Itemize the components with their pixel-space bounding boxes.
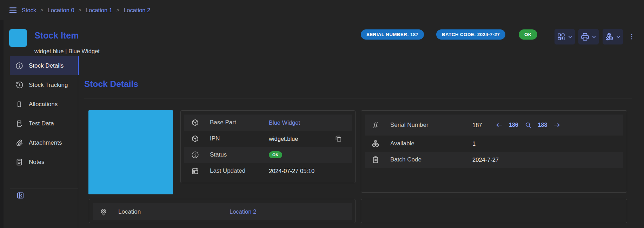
serial-navigation: 186 188 (495, 115, 561, 136)
sidebar-item-label: Test Data (29, 120, 54, 127)
table-row-location: Location Location 2 (93, 203, 352, 220)
qrcode-icon (557, 32, 566, 41)
info-circle-icon (191, 151, 199, 159)
search-icon[interactable] (524, 121, 532, 129)
top-navigation-bar: Stock > Location 0 > Location 1 > Locati… (0, 0, 644, 20)
sidebar-item-label: Attachments (29, 139, 62, 146)
map-pin-icon (99, 208, 108, 216)
dots-vertical-icon (628, 33, 636, 41)
panel-divider (84, 98, 632, 98)
breadcrumb: Stock > Location 0 > Location 1 > Locati… (22, 0, 150, 20)
row-label: Serial Number (390, 122, 429, 129)
hamburger-menu-icon[interactable] (8, 6, 18, 14)
box-icon (191, 118, 199, 127)
ipn-value: widget.blue (269, 136, 298, 142)
printer-icon (580, 32, 590, 41)
hash-icon (371, 121, 380, 129)
breadcrumb-separator: > (79, 7, 81, 13)
clipboard-icon (371, 156, 380, 164)
sidebar-item-attachments[interactable]: Attachments (10, 133, 78, 152)
available-value: 1 (472, 140, 476, 147)
table-row-base-part: Base Part Blue Widget (184, 115, 352, 131)
table-row-batch-code: Batch Code 2024-7-27 (365, 152, 623, 168)
page-left-edge (0, 20, 4, 228)
chevron-down-icon (616, 34, 621, 40)
sidebar-item-test-data[interactable]: Test Data (10, 114, 78, 133)
breadcrumb-location-2[interactable]: Location 2 (124, 7, 150, 14)
table-row-last-updated: Last Updated 2024-07-27 05:10 (184, 163, 352, 179)
row-label: Available (390, 140, 414, 147)
chevron-down-icon (591, 34, 597, 40)
row-label: Last Updated (210, 167, 245, 174)
serial-number-value: 187 (472, 122, 482, 129)
sidebar-item-stock-tracking[interactable]: Stock Tracking (10, 75, 78, 95)
table-row-ipn: IPN widget.blue (184, 131, 352, 147)
row-label: Location (118, 208, 141, 215)
breadcrumb-location-1[interactable]: Location 1 (86, 7, 112, 14)
stock-item-page: Stock > Location 0 > Location 1 > Locati… (0, 0, 644, 228)
packages-icon (371, 139, 380, 148)
batch-code-badge: BATCH CODE: 2024-7-27 (436, 29, 505, 40)
batch-code-value: 2024-7-27 (472, 157, 499, 163)
stock-quantity-table: Serial Number 187 186 188 (361, 110, 627, 193)
packages-icon (605, 32, 614, 41)
sidebar-footer-divider (10, 188, 78, 188)
breadcrumb-stock[interactable]: Stock (22, 7, 36, 14)
page-subtitle: widget.blue | Blue Widget (34, 48, 100, 55)
previous-serial-link[interactable]: 186 (509, 122, 518, 128)
base-part-link[interactable]: Blue Widget (269, 119, 300, 126)
stock-actions-button[interactable] (603, 29, 623, 44)
sidebar: Stock Details Stock Tracking Allocations… (10, 56, 78, 228)
sidebar-item-stock-details[interactable]: Stock Details (10, 56, 78, 75)
bookmark-icon (15, 100, 24, 109)
barcode-actions-button[interactable] (555, 29, 575, 44)
table-row-available: Available 1 (365, 136, 623, 152)
sidebar-collapse-icon[interactable] (16, 191, 25, 200)
sidebar-item-notes[interactable]: Notes (10, 152, 78, 172)
last-updated-value: 2024-07-27 05:10 (269, 168, 314, 174)
arrow-right-icon[interactable] (553, 121, 561, 129)
status-badge: OK (519, 29, 537, 40)
sidebar-item-allocations[interactable]: Allocations (10, 95, 78, 114)
panel-title: Stock Details (84, 79, 138, 89)
sidebar-divider-line (78, 56, 78, 228)
status-ok-chip: OK (269, 151, 282, 158)
location-card: Location Location 2 (89, 199, 356, 223)
row-label: IPN (210, 135, 220, 142)
notes-icon (15, 158, 24, 166)
calendar-icon (191, 167, 199, 175)
stock-item-thumbnail[interactable] (9, 29, 27, 47)
arrow-left-icon[interactable] (495, 121, 503, 129)
info-circle-icon (15, 62, 24, 70)
serial-number-badge: SERIAL NUMBER: 187 (361, 29, 424, 40)
file-check-icon (15, 119, 24, 128)
breadcrumb-separator: > (117, 7, 119, 13)
more-options-button[interactable] (628, 29, 636, 44)
row-label: Status (210, 151, 227, 158)
history-icon (15, 81, 24, 89)
page-title: Stock Item (34, 30, 79, 41)
sidebar-item-label: Notes (29, 159, 44, 166)
next-serial-link[interactable]: 188 (538, 122, 547, 128)
row-label: Base Part (210, 119, 236, 126)
sidebar-item-label: Stock Tracking (29, 82, 68, 89)
chevron-down-icon (567, 34, 573, 40)
location-link[interactable]: Location 2 (230, 208, 256, 215)
breadcrumb-separator: > (40, 7, 43, 13)
sidebar-item-label: Allocations (29, 101, 58, 108)
empty-detail-card (361, 199, 627, 223)
copy-icon[interactable] (334, 134, 343, 143)
box-icon (191, 134, 199, 143)
sidebar-item-label: Stock Details (29, 62, 64, 69)
table-row-serial-number: Serial Number 187 186 188 (365, 115, 623, 136)
print-actions-button[interactable] (578, 29, 599, 44)
table-row-status: Status OK (184, 147, 352, 163)
paperclip-icon (15, 139, 24, 147)
stock-details-table: Base Part Blue Widget IPN widget.blue St… (180, 110, 356, 183)
breadcrumb-location-0[interactable]: Location 0 (47, 7, 74, 14)
row-label: Batch Code (390, 156, 421, 163)
stock-item-image[interactable] (88, 110, 173, 194)
